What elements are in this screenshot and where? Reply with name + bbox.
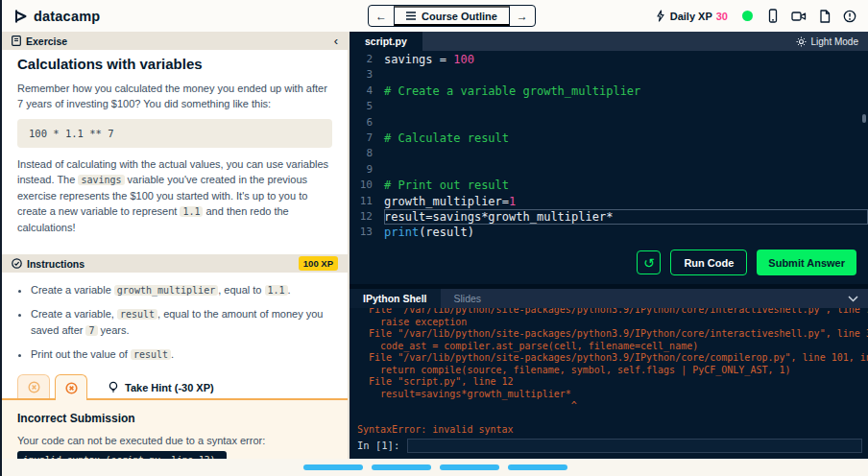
- daily-xp[interactable]: Daily XP 30: [655, 10, 728, 22]
- line-number: 8: [350, 146, 384, 161]
- top-right-controls: Daily XP 30: [655, 9, 856, 23]
- shell-output-line: [357, 413, 868, 425]
- code-line-current[interactable]: 12result=savings*growth_multiplier*: [350, 209, 868, 225]
- light-mode-label: Light Mode: [811, 36, 858, 47]
- run-code-button[interactable]: Run Code: [670, 250, 747, 275]
- failed-attempt-tab-1[interactable]: [17, 374, 50, 398]
- shell-output-line: File "/var/lib/python/site-packages/pyth…: [357, 308, 868, 317]
- sun-icon: [796, 36, 807, 47]
- line-number: 9: [350, 162, 384, 178]
- shell-output-line: result=savings*growth_multiplier*: [357, 389, 868, 401]
- code-line[interactable]: 6: [350, 115, 868, 131]
- progress-segment[interactable]: [372, 464, 431, 470]
- line-number: 6: [350, 115, 384, 131]
- progress-segment[interactable]: [440, 464, 499, 470]
- exercise-title: Calculations with variables: [17, 56, 332, 72]
- shell-input[interactable]: [407, 439, 862, 453]
- shell-prompt-label: In [1]:: [357, 440, 399, 451]
- instruction-bullet: Print out the value of result.: [31, 346, 334, 363]
- take-hint-button[interactable]: Take Hint (-30 XP): [108, 381, 214, 393]
- instructions-label: Instructions: [27, 258, 84, 270]
- reset-code-button[interactable]: ↺: [637, 250, 661, 274]
- shell-output-line: SyntaxError: invalid syntax: [357, 424, 868, 436]
- inline-code: growth_multiplier: [114, 285, 218, 296]
- x-circle-icon: [28, 381, 40, 393]
- shell-output-line: File "/var/lib/python/site-packages/pyth…: [357, 328, 868, 341]
- console-tab-bar: IPython Shell Slides: [350, 289, 868, 308]
- document-icon[interactable]: [819, 10, 831, 23]
- line-number: 7: [350, 131, 384, 146]
- code-editor: script.py Light Mode 2savings = 10034# C…: [350, 32, 868, 284]
- collapse-panel-button[interactable]: ‹: [334, 35, 338, 47]
- exercise-panel-title: Exercise: [26, 36, 67, 47]
- datacamp-logo[interactable]: datacamp: [13, 9, 100, 24]
- line-number: 4: [350, 83, 384, 99]
- failed-attempt-tab-2[interactable]: [55, 374, 87, 400]
- line-number: 3: [350, 67, 384, 83]
- tab-slides[interactable]: Slides: [441, 289, 495, 308]
- feedback-message: Your code can not be executed due to a s…: [17, 434, 332, 448]
- code-line[interactable]: 10# Print out result: [350, 178, 868, 193]
- line-number: 13: [350, 225, 384, 240]
- shell-output[interactable]: File "/var/lib/python/site-packages/pyth…: [350, 308, 868, 436]
- instructions-list: Create a variable growth_multiplier, equ…: [2, 282, 348, 370]
- video-camera-icon[interactable]: [791, 11, 807, 22]
- daily-xp-value: 30: [716, 11, 728, 22]
- exercise-body: Instead of calculating with the actual v…: [17, 156, 332, 235]
- next-exercise-button[interactable]: →: [510, 6, 535, 26]
- line-number: 11: [350, 194, 384, 209]
- code-line[interactable]: 4# Create a variable growth_multiplier: [350, 83, 868, 99]
- connection-status-dot: [742, 11, 753, 21]
- app-window: datacamp ← Course Outline → Daily XP 30: [0, 0, 868, 476]
- feedback-panel: Incorrect Submission Your code can not b…: [2, 400, 348, 459]
- lightning-icon: [655, 10, 666, 22]
- lightbulb-icon: [108, 381, 119, 393]
- code-line[interactable]: 9: [350, 162, 868, 178]
- code-line[interactable]: 11growth_multiplier=1: [350, 194, 868, 209]
- previous-exercise-button[interactable]: ←: [369, 6, 394, 26]
- instructions-header: Instructions 100 XP: [2, 254, 348, 273]
- datacamp-logo-icon: [13, 9, 29, 24]
- editor-actions: ↺ Run Code Submit Answer: [350, 241, 868, 284]
- tab-ipython-shell[interactable]: IPython Shell: [350, 289, 441, 308]
- daily-xp-label: Daily XP: [670, 11, 712, 22]
- report-issue-icon[interactable]: [843, 10, 856, 23]
- script-tab[interactable]: script.py: [350, 32, 422, 51]
- inline-code: result: [117, 309, 157, 320]
- error-code-pill: invalid syntax (script.py, line 12).: [17, 451, 227, 459]
- code-line[interactable]: 5: [350, 99, 868, 114]
- exercise-intro: Remember how you calculated the money yo…: [17, 81, 332, 111]
- workspace: script.py Light Mode 2savings = 10034# C…: [348, 32, 868, 459]
- progress-segment[interactable]: [508, 464, 567, 470]
- exercise-panel-body: Calculations with variables Remember how…: [2, 50, 348, 459]
- code-line[interactable]: 7# Calculate result: [350, 131, 868, 146]
- console-panel: IPython Shell Slides File "/var/lib/pyth…: [350, 289, 868, 459]
- shell-output-line: code_ast = compiler.ast_parse(cell, file…: [357, 341, 868, 353]
- inline-code: 1.1: [265, 285, 288, 296]
- code-line[interactable]: 8: [350, 146, 868, 161]
- exercise-panel-header: Exercise ‹: [2, 32, 348, 50]
- code-line[interactable]: 13print(result): [350, 225, 868, 240]
- shell-output-line: return compile(source, filename, symbol,…: [357, 365, 868, 377]
- line-number: 5: [350, 99, 384, 114]
- shell-output-line: ^: [357, 400, 868, 413]
- feedback-title: Incorrect Submission: [17, 412, 332, 425]
- course-outline-button[interactable]: Course Outline: [394, 6, 510, 26]
- progress-segment[interactable]: [303, 464, 363, 470]
- example-code-block: 100 * 1.1 ** 7: [17, 119, 332, 148]
- progress-footer: [2, 459, 868, 476]
- code-area[interactable]: 2savings = 10034# Create a variable grow…: [350, 51, 868, 241]
- chevron-down-icon[interactable]: [848, 296, 868, 302]
- instruction-bullet: Create a variable growth_multiplier, equ…: [31, 282, 334, 298]
- instruction-bullet: Create a variable, result, equal to the …: [31, 306, 334, 339]
- course-navigation: ← Course Outline →: [368, 5, 536, 27]
- shell-output-line: File "/var/lib/python/site-packages/pyth…: [357, 352, 868, 365]
- editor-scrollbar[interactable]: [862, 114, 866, 123]
- code-line[interactable]: 3: [350, 67, 868, 83]
- submit-answer-button[interactable]: Submit Answer: [757, 250, 856, 275]
- light-mode-toggle[interactable]: Light Mode: [796, 36, 868, 47]
- shell-output-line: raise exception: [357, 317, 868, 329]
- mobile-device-icon[interactable]: [767, 9, 779, 23]
- submission-attempts-row: Take Hint (-30 XP): [2, 374, 348, 400]
- code-line[interactable]: 2savings = 100: [350, 52, 868, 67]
